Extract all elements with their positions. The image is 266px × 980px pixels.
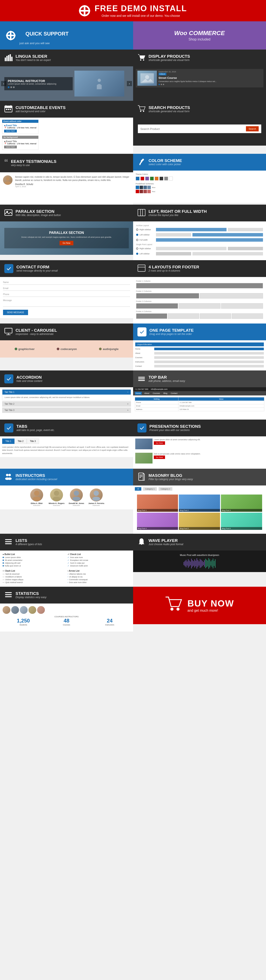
topbar-nav-about[interactable]: About [143,392,151,395]
submit-button[interactable]: SEND MESSAGE [3,310,28,315]
svg-rect-64 [5,543,12,544]
event-item-1: Event without color ■ Event Title 📍 Cali… [2,120,131,134]
row-carousel-onepage: CLIENT - CAROUSEL responsive - easy to a… [0,323,266,371]
scheme-2[interactable] [139,186,143,189]
logo-codecanyon: codecanyon [56,347,77,351]
lingua-slider-header: LINGUA SLIDER You don't need to be an ex… [0,49,133,66]
product-price: 9 BUX [159,73,166,75]
svg-point-25 [140,111,141,112]
layout-row-5: Left sidebar [136,252,263,255]
pres-btn-1[interactable]: Go Now [154,441,165,445]
color-swatch-dark[interactable] [159,177,163,180]
columns-icon [138,208,146,218]
event-item-2: No background ■ Event Title 📍 California… [2,136,131,150]
lists-subtitle: 4 different types of lists [16,543,42,546]
color-scheme-header: COLOR SCHEME select color with color pic… [133,154,266,170]
tab-2[interactable]: Title 2 [14,439,27,444]
radio-right-2[interactable] [136,248,138,250]
svg-rect-8 [5,57,6,61]
topbar-nav-contact[interactable]: Contact [170,392,178,395]
slider-prev-arrow[interactable]: ‹ [1,81,6,86]
product-desc: Consectetur accu naghts ligula facilisis… [159,80,217,83]
topbar-nav-blog[interactable]: Blog [163,392,168,395]
list-2-item-3: ✓Sunt in culpa qui [67,562,130,564]
svg-point-42 [99,348,102,350]
dot-3 [13,86,14,88]
scheme-6[interactable] [139,190,143,193]
slider-next-arrow[interactable]: › [127,81,132,86]
color-swatch-orange[interactable] [155,177,159,180]
quick-support-title: QUICK SUPPORT [19,26,75,41]
scheme-7[interactable] [143,190,147,193]
tab-3[interactable]: Title 3 [27,439,39,444]
scheme-4[interactable] [147,186,151,189]
checkmark-onepage-icon [138,328,146,336]
list-1-item-2: Sit amet consectetur [3,559,66,561]
svg-point-40 [14,348,17,350]
color-swatch-green[interactable] [150,177,154,180]
parallax-button[interactable]: Go Now [59,241,73,245]
slide-image [74,71,124,97]
topbar-nav-home[interactable]: Home [135,392,142,395]
search-button[interactable]: Search [246,126,259,131]
statistics-title: Statistics [16,592,46,596]
radio-full[interactable] [136,239,138,241]
take-part-btn-2[interactable]: TAKE PART [4,146,17,148]
color-swatch-gray[interactable] [164,177,168,180]
accordion-subtitle: hide and show content [16,380,42,382]
svg-rect-63 [5,541,12,542]
take-part-btn-1[interactable]: TAKE PART [4,130,17,132]
lists-cell: Lists 4 different types of lists ● Bulle… [0,534,133,587]
masonry-grid: Blog Post 1 Blog Post 2 Blog Post 3 Blog… [135,492,264,532]
color-swatch-blue[interactable] [136,177,139,180]
svg-point-27 [6,177,10,180]
color-swatch-red[interactable] [141,177,144,180]
list-3-item-1: —Sed do eiusmod [3,573,66,575]
radio-left[interactable] [136,234,138,236]
calendar-icon [4,105,13,114]
acc-header-1[interactable]: Tab Title 1 − [2,390,131,395]
dot-1 [8,86,10,88]
lingua-slider-cell: LINGUA SLIDER You don't need to be an ex… [0,49,133,101]
search-products-preview: Search [133,118,266,146]
pres-btn-2[interactable]: Go Now [154,455,165,459]
lifesaver-icon [79,5,90,16]
color-swatch-purple[interactable] [145,177,149,180]
list-2-item-2: ✓Excepteur sint occae [67,559,130,561]
tab-1[interactable]: Title 1 [2,439,14,444]
row-support-woo: QUICK SUPPORT just ask and you will see … [0,21,266,49]
filter-all[interactable]: All [135,487,141,491]
list-4-item-1: ›Ullamco laboris nisi [67,573,130,575]
checkmark-accordion-icon [4,374,13,383]
svg-rect-24 [10,109,11,110]
woo-commerce-block: Woo COMMERCE Shop included [133,21,266,49]
radio-left-2[interactable] [136,253,138,255]
filter-cat1[interactable]: Category 1 [143,487,157,491]
list-4-item-4: ›Duis aute irure dolor [67,581,130,584]
acc-header-2[interactable]: Tab Title 2 + [2,401,131,406]
chart-icon [4,53,13,62]
scheme-8[interactable] [147,190,151,193]
scheme-3[interactable] [143,186,147,189]
topbar-nav-courses[interactable]: Courses [152,392,161,395]
list-4-item-2: ›Ut aliquip ex ea [67,576,130,578]
filter-cat2[interactable]: Category 2 [159,487,172,491]
scheme-1[interactable] [136,186,139,189]
svg-point-68 [170,608,173,611]
buy-now-cell: BUY NOW and get much more! [133,587,266,632]
radio-right[interactable] [136,229,138,231]
display-products-preview: September 15, 2016 9 BUX Street Course C… [133,66,266,101]
svg-rect-67 [5,597,12,597]
tab-bar: Title 1 Title 2 Title 3 [2,439,131,444]
color-swatch-white[interactable] [169,177,173,180]
wave-player-title: Wave Player [149,538,183,543]
masonry-blog-header: Masonry Blog Filter by category your blo… [133,469,266,485]
scheme-5[interactable] [136,190,139,193]
contact-preview: Name Email Phone Message SEND MESSAGE [0,277,133,318]
acc-header-3[interactable]: Tab Title 3 + [2,408,131,413]
testimonials-preview: Aenean sapien nisl, molestie in odio to,… [0,172,133,205]
onepage-header: One Page Template Drag and drop pages to… [133,323,266,340]
stats-label: COURSES INSTRUCTORS [3,616,130,618]
contact-form-subtitle: send message directly to your email [16,269,58,272]
search-input[interactable] [141,127,244,130]
